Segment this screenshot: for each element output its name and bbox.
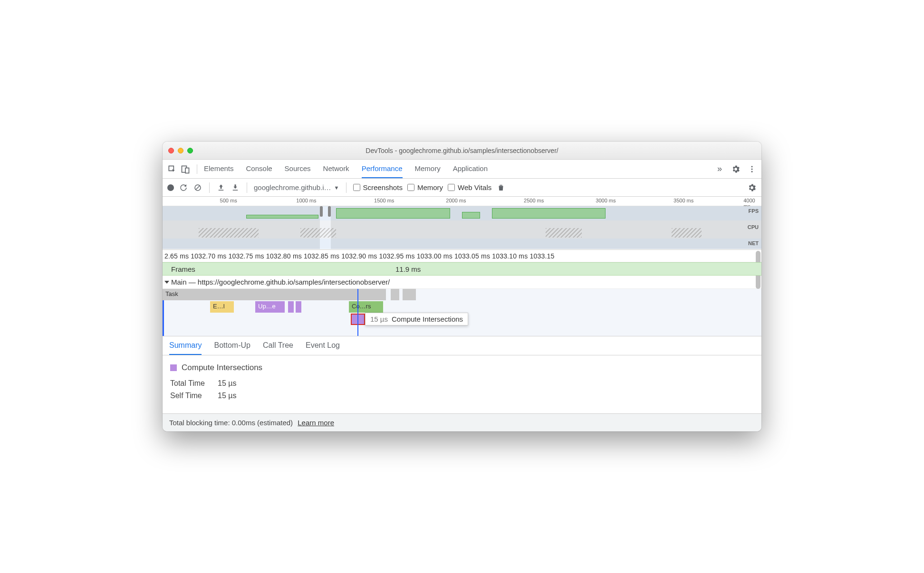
disclosure-triangle-icon[interactable]	[164, 281, 169, 284]
settings-icon[interactable]	[731, 164, 741, 174]
tab-performance[interactable]: Performance	[362, 160, 403, 178]
tab-sources[interactable]: Sources	[285, 160, 311, 178]
svg-point-4	[751, 171, 753, 172]
window-title: DevTools - googlechrome.github.io/sample…	[163, 147, 761, 154]
ruler-tick: 500 ms	[220, 198, 237, 203]
summary-self-time: Self Time 15 µs	[170, 392, 754, 400]
learn-more-link[interactable]: Learn more	[298, 419, 334, 427]
flame-task[interactable]: Task	[163, 289, 386, 300]
flame-tooltip: 15 µs Compute Intersections	[365, 313, 468, 325]
device-toolbar-icon[interactable]	[181, 164, 190, 174]
flame-composite[interactable]: Co…rs	[349, 301, 383, 313]
overview-ruler: 500 ms 1000 ms 1500 ms 2000 ms 2500 ms 3…	[163, 197, 761, 206]
devtools-tabs-bar: Elements Console Sources Network Perform…	[163, 160, 761, 179]
ruler-tick: 3500 ms	[674, 198, 693, 203]
record-button[interactable]	[167, 184, 174, 191]
svg-point-2	[751, 166, 753, 167]
flame-task-small[interactable]	[403, 289, 416, 300]
overview-rows: FPS CPU NET	[163, 206, 761, 249]
tab-network[interactable]: Network	[323, 160, 349, 178]
flame-update[interactable]: Up…e	[255, 301, 285, 313]
flame-ruler[interactable]: 2.65 ms 1032.70 ms 1032.75 ms 1032.80 ms…	[163, 250, 761, 262]
summary-event-name: Compute Intersections	[170, 363, 754, 372]
capture-settings-icon[interactable]	[747, 183, 757, 192]
svg-rect-8	[233, 190, 238, 191]
dtab-event-log[interactable]: Event Log	[306, 336, 340, 355]
svg-rect-1	[185, 168, 189, 173]
flame-chart[interactable]: Task E…l Up…e Co…rs 15 µs Compute Inters…	[163, 289, 761, 336]
dropdown-icon: ▼	[334, 185, 339, 191]
flame-ruler-ticks: 2.65 ms 1032.70 ms 1032.75 ms 1032.80 ms…	[164, 252, 555, 260]
screenshots-checkbox[interactable]: Screenshots	[353, 183, 403, 191]
svg-point-3	[751, 168, 753, 170]
dtab-call-tree[interactable]: Call Tree	[263, 336, 293, 355]
summary-total-time: Total Time 15 µs	[170, 379, 754, 388]
dtab-bottom-up[interactable]: Bottom-Up	[214, 336, 250, 355]
ruler-tick: 2500 ms	[524, 198, 544, 203]
svg-line-6	[196, 186, 200, 190]
tab-memory[interactable]: Memory	[415, 160, 441, 178]
blocking-time-text: Total blocking time: 0.00ms (estimated)	[169, 419, 293, 427]
playhead-line[interactable]	[357, 289, 358, 336]
performance-toolbar: googlechrome.github.i… ▼ Screenshots Mem…	[163, 179, 761, 197]
more-tabs-icon[interactable]: »	[715, 164, 724, 174]
web-vitals-checkbox[interactable]: Web Vitals	[448, 183, 491, 191]
details-tabs: Summary Bottom-Up Call Tree Event Log	[163, 336, 761, 355]
ruler-tick: 2000 ms	[446, 198, 466, 203]
tab-elements[interactable]: Elements	[204, 160, 234, 178]
tab-application[interactable]: Application	[453, 160, 488, 178]
overview-handle-left[interactable]	[320, 206, 323, 217]
dtab-summary[interactable]: Summary	[169, 336, 202, 355]
timeline-overview[interactable]: 500 ms 1000 ms 1500 ms 2000 ms 2500 ms 3…	[163, 197, 761, 250]
blocking-time-footer: Total blocking time: 0.00ms (estimated) …	[163, 413, 761, 431]
devtools-window: DevTools - googlechrome.github.io/sample…	[163, 142, 761, 431]
svg-rect-7	[219, 190, 224, 191]
panel-tabs: Elements Console Sources Network Perform…	[204, 160, 715, 178]
more-menu-icon[interactable]	[747, 164, 757, 174]
category-swatch-icon	[170, 364, 177, 371]
recording-url: googlechrome.github.i…	[254, 183, 331, 191]
frames-label: Frames	[163, 265, 195, 273]
tooltip-time: 15 µs	[370, 315, 388, 323]
titlebar: DevTools - googlechrome.github.io/sample…	[163, 142, 761, 160]
inspect-element-icon[interactable]	[167, 164, 177, 174]
recording-select[interactable]: googlechrome.github.i… ▼	[254, 183, 339, 191]
reload-icon[interactable]	[179, 183, 188, 192]
load-profile-icon[interactable]	[216, 183, 226, 192]
ruler-tick: 1500 ms	[374, 198, 394, 203]
tab-console[interactable]: Console	[246, 160, 272, 178]
summary-panel: Compute Intersections Total Time 15 µs S…	[163, 355, 761, 413]
frames-track[interactable]: Frames 11.9 ms	[163, 262, 761, 276]
main-thread-title: Main — https://googlechrome.github.io/sa…	[171, 278, 390, 286]
main-thread-header[interactable]: Main — https://googlechrome.github.io/sa…	[163, 276, 761, 289]
flame-update-small[interactable]	[288, 301, 294, 313]
clear-icon[interactable]	[193, 183, 202, 192]
flame-event[interactable]: E…l	[210, 301, 234, 313]
garbage-collect-icon[interactable]	[496, 183, 506, 192]
ruler-tick: 1000 ms	[296, 198, 316, 203]
frames-duration: 11.9 ms	[395, 265, 421, 273]
tooltip-name: Compute Intersections	[392, 315, 463, 323]
flame-update-small[interactable]	[296, 301, 301, 313]
save-profile-icon[interactable]	[231, 183, 240, 192]
memory-checkbox[interactable]: Memory	[407, 183, 443, 191]
overview-handle-right[interactable]	[328, 206, 331, 217]
ruler-tick: 3000 ms	[596, 198, 616, 203]
flame-task-small[interactable]	[391, 289, 399, 300]
